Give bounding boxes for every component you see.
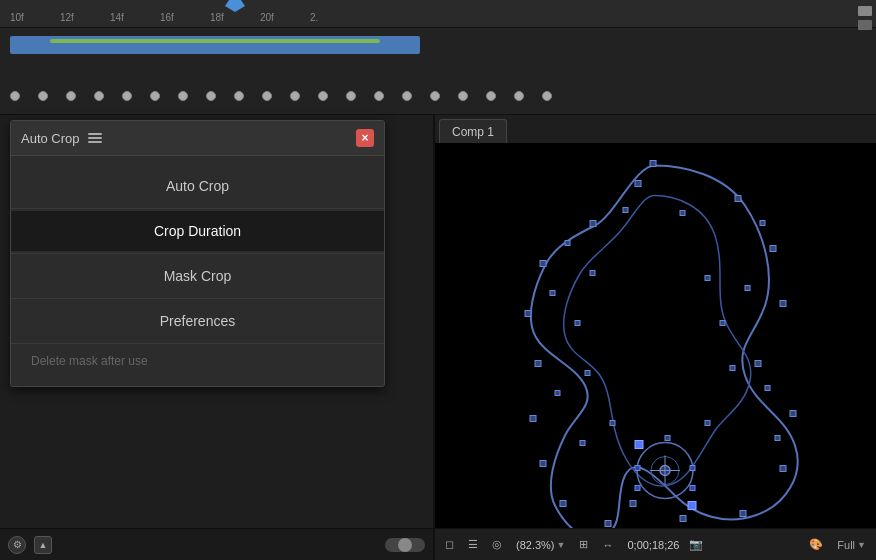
keyframe-dot[interactable] — [262, 91, 272, 101]
menu-item-faded: Delete mask after use — [11, 346, 384, 376]
timeline-area: 10f 12f 14f 16f 18f 20f 2. — [0, 0, 876, 115]
svg-rect-23 — [590, 221, 596, 227]
svg-rect-43 — [550, 291, 555, 296]
color-icon[interactable]: 🎨 — [805, 536, 827, 553]
keyframe-dot[interactable] — [346, 91, 356, 101]
svg-rect-35 — [610, 421, 615, 426]
svg-rect-26 — [690, 466, 695, 471]
menu-divider — [11, 343, 384, 344]
svg-rect-0 — [435, 146, 876, 526]
snapshot-icon[interactable]: 📷 — [685, 536, 707, 553]
toggle-switch[interactable] — [385, 538, 425, 552]
timeline-controls — [858, 6, 872, 30]
svg-rect-19 — [530, 416, 536, 422]
ruler-marks: 10f 12f 14f 16f 18f 20f 2. — [0, 12, 430, 23]
svg-rect-8 — [770, 246, 776, 252]
svg-rect-10 — [755, 361, 761, 367]
svg-rect-18 — [540, 461, 546, 467]
svg-rect-22 — [540, 261, 546, 267]
viewer-bottom-bar: ◻ ☰ ◎ (82.3%) ▼ ⊞ ↔ 0;00;18;26 📷 🎨 Full … — [435, 528, 876, 560]
viewer-icon-1[interactable]: ◻ — [441, 536, 458, 553]
keyframe-dot[interactable] — [38, 91, 48, 101]
timeline-ruler: 10f 12f 14f 16f 18f 20f 2. — [0, 0, 876, 28]
keyframe-dot[interactable] — [94, 91, 104, 101]
keyframe-dot[interactable] — [374, 91, 384, 101]
hamburger-line — [88, 141, 102, 143]
menu-item-mask-crop[interactable]: Mask Crop — [11, 256, 384, 296]
ruler-mark-18f: 18f — [210, 12, 260, 23]
keyframe-dot[interactable] — [486, 91, 496, 101]
track-bar[interactable] — [10, 36, 420, 54]
comp-tab-label: Comp 1 — [452, 125, 494, 139]
ruler-mark-20f: 20f — [260, 12, 310, 23]
ruler-mark-2: 2. — [310, 12, 360, 23]
timeline-tracks — [0, 36, 876, 86]
menu-divider — [11, 208, 384, 209]
svg-rect-37 — [705, 421, 710, 426]
comp-tab[interactable]: Comp 1 — [439, 119, 507, 143]
keyframe-dot[interactable] — [66, 91, 76, 101]
menu-item-auto-crop[interactable]: Auto Crop — [11, 166, 384, 206]
viewer-icon-4[interactable]: ⊞ — [575, 536, 592, 553]
keyframe-dot[interactable] — [178, 91, 188, 101]
playhead[interactable] — [225, 0, 245, 12]
viewer-icon-3[interactable]: ◎ — [488, 536, 506, 553]
zoom-value: (82.3%) — [516, 539, 555, 551]
svg-rect-17 — [560, 501, 566, 507]
menu-item-crop-duration[interactable]: Crop Duration — [11, 211, 384, 251]
popup-title-row: Auto Crop — [21, 131, 102, 146]
keyframe-dot[interactable] — [430, 91, 440, 101]
svg-rect-24 — [635, 181, 641, 187]
ruler-mark-16f: 16f — [160, 12, 210, 23]
camera-icon[interactable]: ▲ — [34, 536, 52, 554]
svg-rect-6 — [650, 161, 656, 167]
svg-rect-44 — [555, 391, 560, 396]
popup-menu: Auto Crop × Auto Crop Crop Duration Mask… — [10, 120, 385, 387]
svg-rect-28 — [690, 486, 695, 491]
keyframe-dot[interactable] — [10, 91, 20, 101]
keyframe-dot[interactable] — [206, 91, 216, 101]
popup-header: Auto Crop × — [11, 121, 384, 156]
svg-rect-32 — [590, 271, 595, 276]
menu-item-preferences[interactable]: Preferences — [11, 301, 384, 341]
keyframe-dot[interactable] — [402, 91, 412, 101]
ruler-mark-10f: 10f — [10, 12, 60, 23]
keyframe-dot[interactable] — [514, 91, 524, 101]
close-button[interactable]: × — [356, 129, 374, 147]
hamburger-line — [88, 137, 102, 139]
keyframe-dot[interactable] — [458, 91, 468, 101]
svg-rect-21 — [525, 311, 531, 317]
svg-rect-9 — [780, 301, 786, 307]
popup-body: Auto Crop Crop Duration Mask Crop Prefer… — [11, 156, 384, 386]
svg-rect-46 — [765, 386, 770, 391]
keyframe-dot[interactable] — [290, 91, 300, 101]
popup-title: Auto Crop — [21, 131, 80, 146]
quality-dropdown[interactable]: Full ▼ — [833, 537, 870, 553]
svg-rect-14 — [680, 516, 686, 522]
timeline-control-icon[interactable] — [858, 6, 872, 16]
svg-rect-30 — [720, 321, 725, 326]
zoom-control[interactable]: (82.3%) ▼ — [512, 537, 569, 553]
right-panel: Comp 1 — [435, 115, 876, 560]
keyframe-dot[interactable] — [122, 91, 132, 101]
hamburger-icon[interactable] — [88, 133, 102, 143]
svg-rect-12 — [780, 466, 786, 472]
keyframe-dot[interactable] — [542, 91, 552, 101]
menu-divider — [11, 253, 384, 254]
quality-dropdown-arrow: ▼ — [857, 540, 866, 550]
viewer-icon-5[interactable]: ↔ — [598, 537, 617, 553]
keyframe-dot[interactable] — [318, 91, 328, 101]
timecode[interactable]: 0;00;18;26 — [627, 539, 679, 551]
svg-rect-40 — [760, 221, 765, 226]
keyframe-dot[interactable] — [150, 91, 160, 101]
keyframe-dot[interactable] — [234, 91, 244, 101]
svg-rect-15 — [630, 501, 636, 507]
svg-rect-13 — [740, 511, 746, 517]
svg-rect-33 — [575, 321, 580, 326]
viewer-icon-2[interactable]: ☰ — [464, 536, 482, 553]
timeline-control-icon2[interactable] — [858, 20, 872, 30]
ruler-mark-14f: 14f — [110, 12, 160, 23]
svg-rect-45 — [580, 441, 585, 446]
settings-icon[interactable]: ⚙ — [8, 536, 26, 554]
hamburger-line — [88, 133, 102, 135]
